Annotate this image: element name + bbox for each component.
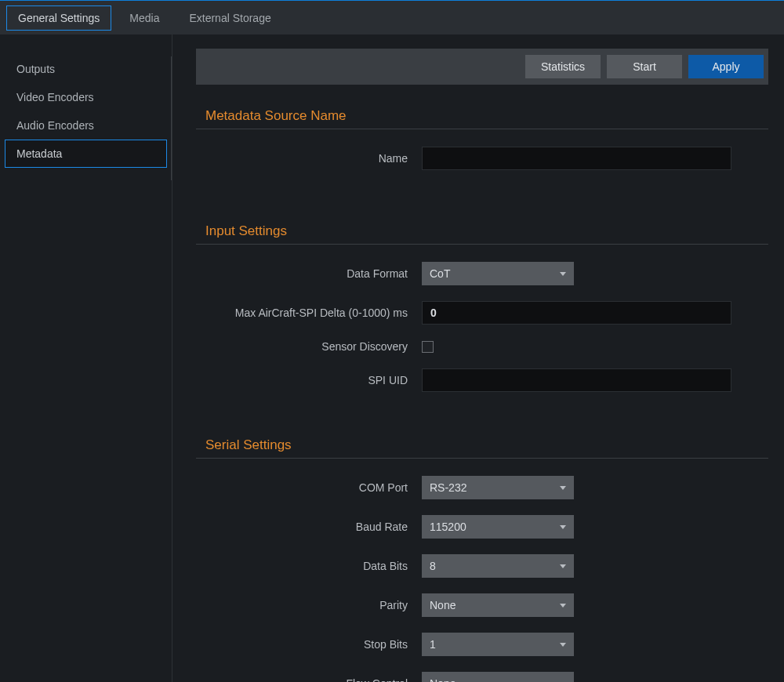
label-flow-control: Flow Control (196, 677, 422, 682)
baud-rate-select[interactable]: 115200 (422, 515, 574, 539)
label-com-port: COM Port (196, 481, 422, 494)
label-max-delta: Max AirCraft-SPI Delta (0-1000) ms (196, 307, 422, 319)
label-parity: Parity (196, 599, 422, 611)
section-title-serial-settings: Serial Settings (205, 437, 768, 453)
label-stop-bits: Stop Bits (196, 638, 422, 651)
chevron-down-icon (560, 272, 566, 276)
top-tabs: General Settings Media External Storage (0, 1, 784, 34)
chevron-down-icon (560, 604, 566, 608)
chevron-down-icon (560, 525, 566, 529)
chevron-down-icon (560, 486, 566, 490)
flow-control-value: None (430, 677, 456, 682)
data-bits-select[interactable]: 8 (422, 554, 574, 578)
spi-uid-input[interactable] (422, 368, 731, 392)
stop-bits-select[interactable]: 1 (422, 633, 574, 656)
tab-general-settings[interactable]: General Settings (6, 5, 111, 31)
com-port-value: RS-232 (430, 481, 466, 494)
tab-external-storage[interactable]: External Storage (177, 5, 282, 31)
content-panel: Statistics Start Apply Metadata Source N… (172, 34, 784, 682)
label-data-bits: Data Bits (196, 560, 422, 572)
baud-rate-value: 115200 (430, 521, 466, 533)
label-baud-rate: Baud Rate (196, 521, 422, 533)
label-data-format: Data Format (196, 267, 422, 280)
sidebar: Outputs Video Encoders Audio Encoders Me… (0, 34, 172, 682)
chevron-down-icon (560, 643, 566, 647)
flow-control-select[interactable]: None (422, 672, 574, 682)
apply-button[interactable]: Apply (688, 55, 764, 78)
name-input[interactable] (422, 147, 731, 170)
divider (196, 244, 768, 245)
label-spi-uid: SPI UID (196, 374, 422, 386)
stop-bits-value: 1 (430, 638, 436, 651)
chevron-down-icon (560, 564, 566, 568)
action-bar: Statistics Start Apply (196, 49, 768, 85)
sidebar-item-outputs[interactable]: Outputs (5, 55, 167, 83)
sensor-discovery-checkbox[interactable] (422, 341, 434, 353)
data-bits-value: 8 (430, 560, 436, 572)
sidebar-item-audio-encoders[interactable]: Audio Encoders (5, 111, 167, 140)
sidebar-item-metadata[interactable]: Metadata (5, 140, 167, 168)
parity-select[interactable]: None (422, 593, 574, 617)
parity-value: None (430, 599, 456, 611)
section-title-metadata-source: Metadata Source Name (205, 108, 768, 124)
label-sensor-discovery: Sensor Discovery (196, 340, 422, 353)
section-title-input-settings: Input Settings (205, 223, 768, 239)
label-name: Name (196, 152, 422, 165)
start-button[interactable]: Start (607, 55, 682, 78)
divider (196, 129, 768, 129)
tab-media[interactable]: Media (118, 5, 171, 31)
divider (196, 458, 768, 459)
statistics-button[interactable]: Statistics (525, 55, 601, 78)
data-format-value: CoT (430, 267, 450, 280)
com-port-select[interactable]: RS-232 (422, 476, 574, 499)
max-delta-input[interactable] (422, 301, 731, 325)
data-format-select[interactable]: CoT (422, 262, 574, 285)
sidebar-item-video-encoders[interactable]: Video Encoders (5, 83, 167, 111)
